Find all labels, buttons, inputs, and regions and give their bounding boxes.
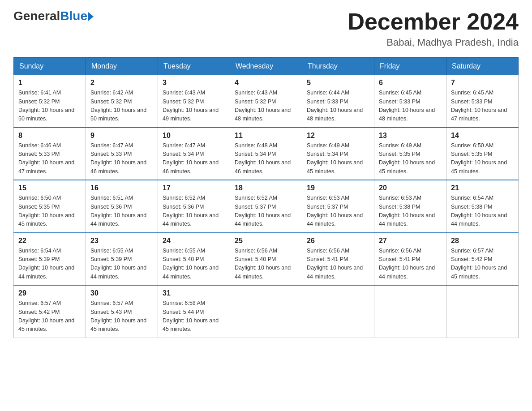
calendar-cell: 8 Sunrise: 6:46 AMSunset: 5:33 PMDayligh… <box>14 128 86 180</box>
calendar-cell: 23 Sunrise: 6:55 AMSunset: 5:39 PMDaylig… <box>86 233 158 286</box>
day-number: 2 <box>90 79 153 87</box>
day-number: 20 <box>379 184 442 192</box>
day-number: 5 <box>307 79 369 87</box>
day-number: 21 <box>451 184 514 192</box>
col-monday: Monday <box>86 58 158 75</box>
day-number: 8 <box>18 132 81 140</box>
logo-arrow-icon <box>88 12 94 21</box>
calendar-cell: 14 Sunrise: 6:50 AMSunset: 5:35 PMDaylig… <box>446 128 519 180</box>
calendar-cell: 16 Sunrise: 6:51 AMSunset: 5:36 PMDaylig… <box>86 180 158 233</box>
calendar-cell: 13 Sunrise: 6:49 AMSunset: 5:35 PMDaylig… <box>374 128 446 180</box>
col-friday: Friday <box>374 58 446 75</box>
day-info: Sunrise: 6:55 AMSunset: 5:40 PMDaylight:… <box>163 247 225 282</box>
calendar-cell: 31 Sunrise: 6:58 AMSunset: 5:44 PMDaylig… <box>158 285 230 338</box>
day-info: Sunrise: 6:57 AMSunset: 5:42 PMDaylight:… <box>451 247 514 282</box>
day-number: 13 <box>379 132 442 140</box>
calendar-header-row: Sunday Monday Tuesday Wednesday Thursday… <box>14 58 519 75</box>
day-info: Sunrise: 6:57 AMSunset: 5:43 PMDaylight:… <box>90 299 153 334</box>
calendar-cell: 28 Sunrise: 6:57 AMSunset: 5:42 PMDaylig… <box>446 233 519 286</box>
calendar-cell: 7 Sunrise: 6:45 AMSunset: 5:33 PMDayligh… <box>446 75 519 128</box>
day-number: 18 <box>235 184 297 192</box>
day-number: 31 <box>163 289 225 297</box>
day-number: 23 <box>90 237 153 245</box>
calendar-cell: 15 Sunrise: 6:50 AMSunset: 5:35 PMDaylig… <box>14 180 86 233</box>
calendar-cell: 25 Sunrise: 6:56 AMSunset: 5:40 PMDaylig… <box>230 233 302 286</box>
calendar-table: Sunday Monday Tuesday Wednesday Thursday… <box>13 57 519 338</box>
col-wednesday: Wednesday <box>230 58 302 75</box>
calendar-cell: 26 Sunrise: 6:56 AMSunset: 5:41 PMDaylig… <box>302 233 374 286</box>
page-header: General Blue December 2024 Babai, Madhya… <box>13 9 519 48</box>
calendar-cell: 30 Sunrise: 6:57 AMSunset: 5:43 PMDaylig… <box>86 285 158 338</box>
calendar-cell: 1 Sunrise: 6:41 AMSunset: 5:32 PMDayligh… <box>14 75 86 128</box>
logo-blue-part: Blue <box>60 9 94 23</box>
week-row-1: 1 Sunrise: 6:41 AMSunset: 5:32 PMDayligh… <box>14 75 519 128</box>
calendar-cell: 18 Sunrise: 6:52 AMSunset: 5:37 PMDaylig… <box>230 180 302 233</box>
week-row-3: 15 Sunrise: 6:50 AMSunset: 5:35 PMDaylig… <box>14 180 519 233</box>
calendar-cell: 10 Sunrise: 6:47 AMSunset: 5:34 PMDaylig… <box>158 128 230 180</box>
week-row-2: 8 Sunrise: 6:46 AMSunset: 5:33 PMDayligh… <box>14 128 519 180</box>
day-number: 30 <box>90 289 153 297</box>
calendar-cell: 29 Sunrise: 6:57 AMSunset: 5:42 PMDaylig… <box>14 285 86 338</box>
title-section: December 2024 Babai, Madhya Pradesh, Ind… <box>348 9 519 48</box>
day-info: Sunrise: 6:50 AMSunset: 5:35 PMDaylight:… <box>451 141 514 176</box>
day-info: Sunrise: 6:56 AMSunset: 5:41 PMDaylight:… <box>307 247 369 282</box>
day-info: Sunrise: 6:53 AMSunset: 5:37 PMDaylight:… <box>307 194 369 229</box>
calendar-cell <box>230 285 302 338</box>
day-info: Sunrise: 6:54 AMSunset: 5:38 PMDaylight:… <box>451 194 514 229</box>
day-number: 3 <box>163 79 225 87</box>
logo: General Blue <box>13 9 94 23</box>
day-number: 4 <box>235 79 297 87</box>
calendar-cell: 12 Sunrise: 6:49 AMSunset: 5:34 PMDaylig… <box>302 128 374 180</box>
calendar-cell: 20 Sunrise: 6:53 AMSunset: 5:38 PMDaylig… <box>374 180 446 233</box>
day-info: Sunrise: 6:48 AMSunset: 5:34 PMDaylight:… <box>235 141 297 176</box>
day-info: Sunrise: 6:52 AMSunset: 5:36 PMDaylight:… <box>163 194 225 229</box>
day-number: 12 <box>307 132 369 140</box>
calendar-cell <box>446 285 519 338</box>
day-info: Sunrise: 6:45 AMSunset: 5:33 PMDaylight:… <box>451 89 514 124</box>
day-number: 26 <box>307 237 369 245</box>
calendar-cell <box>374 285 446 338</box>
day-info: Sunrise: 6:44 AMSunset: 5:33 PMDaylight:… <box>307 89 369 124</box>
calendar-cell: 19 Sunrise: 6:53 AMSunset: 5:37 PMDaylig… <box>302 180 374 233</box>
day-number: 16 <box>90 184 153 192</box>
day-number: 19 <box>307 184 369 192</box>
calendar-cell: 11 Sunrise: 6:48 AMSunset: 5:34 PMDaylig… <box>230 128 302 180</box>
day-info: Sunrise: 6:46 AMSunset: 5:33 PMDaylight:… <box>18 141 81 176</box>
day-number: 17 <box>163 184 225 192</box>
calendar-cell: 2 Sunrise: 6:42 AMSunset: 5:32 PMDayligh… <box>86 75 158 128</box>
day-info: Sunrise: 6:56 AMSunset: 5:41 PMDaylight:… <box>379 247 442 282</box>
calendar-cell: 9 Sunrise: 6:47 AMSunset: 5:33 PMDayligh… <box>86 128 158 180</box>
calendar-cell: 27 Sunrise: 6:56 AMSunset: 5:41 PMDaylig… <box>374 233 446 286</box>
day-info: Sunrise: 6:50 AMSunset: 5:35 PMDaylight:… <box>18 194 81 229</box>
day-number: 14 <box>451 132 514 140</box>
day-info: Sunrise: 6:58 AMSunset: 5:44 PMDaylight:… <box>163 299 225 334</box>
day-info: Sunrise: 6:45 AMSunset: 5:33 PMDaylight:… <box>379 89 442 124</box>
day-info: Sunrise: 6:47 AMSunset: 5:33 PMDaylight:… <box>90 141 153 176</box>
calendar-cell: 3 Sunrise: 6:43 AMSunset: 5:32 PMDayligh… <box>158 75 230 128</box>
month-title: December 2024 <box>348 9 519 34</box>
day-info: Sunrise: 6:43 AMSunset: 5:32 PMDaylight:… <box>163 89 225 124</box>
day-number: 6 <box>379 79 442 87</box>
calendar-cell: 22 Sunrise: 6:54 AMSunset: 5:39 PMDaylig… <box>14 233 86 286</box>
day-number: 1 <box>18 79 81 87</box>
day-number: 15 <box>18 184 81 192</box>
col-thursday: Thursday <box>302 58 374 75</box>
day-info: Sunrise: 6:43 AMSunset: 5:32 PMDaylight:… <box>235 89 297 124</box>
calendar-cell <box>302 285 374 338</box>
week-row-5: 29 Sunrise: 6:57 AMSunset: 5:42 PMDaylig… <box>14 285 519 338</box>
calendar-cell: 4 Sunrise: 6:43 AMSunset: 5:32 PMDayligh… <box>230 75 302 128</box>
calendar-cell: 6 Sunrise: 6:45 AMSunset: 5:33 PMDayligh… <box>374 75 446 128</box>
day-number: 27 <box>379 237 442 245</box>
day-number: 22 <box>18 237 81 245</box>
day-info: Sunrise: 6:57 AMSunset: 5:42 PMDaylight:… <box>18 299 81 334</box>
day-number: 7 <box>451 79 514 87</box>
week-row-4: 22 Sunrise: 6:54 AMSunset: 5:39 PMDaylig… <box>14 233 519 286</box>
day-number: 11 <box>235 132 297 140</box>
col-sunday: Sunday <box>14 58 86 75</box>
col-tuesday: Tuesday <box>158 58 230 75</box>
day-number: 24 <box>163 237 225 245</box>
day-info: Sunrise: 6:49 AMSunset: 5:34 PMDaylight:… <box>307 141 369 176</box>
day-info: Sunrise: 6:54 AMSunset: 5:39 PMDaylight:… <box>18 247 81 282</box>
calendar-cell: 17 Sunrise: 6:52 AMSunset: 5:36 PMDaylig… <box>158 180 230 233</box>
day-info: Sunrise: 6:42 AMSunset: 5:32 PMDaylight:… <box>90 89 153 124</box>
